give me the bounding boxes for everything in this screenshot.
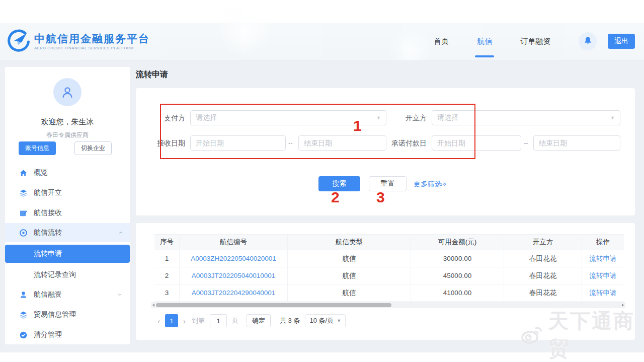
sidebar: 欢迎您，朱生冰 春田专属供应商 账号信息 切换企业 概览 [5, 67, 130, 344]
goto-confirm-button[interactable]: 确定 [247, 314, 271, 327]
home-icon [19, 169, 28, 177]
more-filters-link[interactable]: 更多筛选» [414, 180, 447, 189]
results-panel: 序号 航信编号 航信类型 可用金额(元) 开立方 操作 1 A0003ZH202… [136, 223, 635, 340]
logout-button[interactable]: 退出 [608, 34, 635, 49]
next-page-button[interactable]: › [180, 317, 189, 325]
switch-company-button[interactable]: 切换企业 [74, 141, 112, 155]
horizontal-scrollbar[interactable] [151, 302, 625, 308]
target-icon [19, 229, 28, 237]
plane-logo-icon [7, 29, 30, 54]
brand-title: 中航信用金融服务平台 [34, 33, 150, 45]
receive-end-date-input[interactable] [298, 135, 386, 151]
col-header-amount: 可用金额(元) [411, 235, 504, 250]
prev-page-button[interactable]: ‹ [154, 317, 163, 325]
shield-icon [19, 331, 28, 339]
scroll-left-icon[interactable] [152, 304, 154, 307]
cell-type: 航信 [288, 284, 411, 301]
cell-amount: 30000.00 [411, 250, 504, 267]
sidebar-menu: 概览 航信开立 [5, 163, 130, 344]
scrollbar-thumb[interactable] [156, 303, 391, 307]
results-table: 序号 航信编号 航信类型 可用金额(元) 开立方 操作 1 A0003ZH202… [154, 234, 624, 302]
caret-down-icon: ▼ [337, 318, 341, 323]
caret-down-icon: ▼ [376, 115, 381, 120]
date-range-separator: -- [524, 135, 528, 151]
nav-item-hangxin[interactable]: 航信 [477, 37, 492, 46]
welcome-text: 欢迎您，朱生冰 [5, 117, 130, 127]
col-header-issuer: 开立方 [504, 235, 582, 250]
edit-icon [19, 209, 28, 218]
cell-type: 航信 [288, 250, 411, 267]
sidebar-subitem-transfer-apply[interactable]: 流转申请 [5, 245, 130, 263]
finance-icon [19, 291, 28, 299]
annotation-number-1: 1 [353, 117, 362, 134]
bottom-margin [0, 352, 644, 362]
pagination: ‹ 1 › 到第 页 确定 共 3 条 10 条/页 ▼ [154, 314, 346, 328]
page-title: 流转申请 [136, 69, 168, 80]
reset-button[interactable]: 重置 [369, 176, 407, 191]
current-page-button[interactable]: 1 [165, 314, 178, 327]
scroll-right-icon[interactable] [622, 304, 624, 307]
promise-date-label: 承诺付款日 [385, 135, 427, 151]
cell-no: 1 [154, 250, 180, 267]
receive-date-label: 接收日期 [146, 135, 185, 151]
cell-issuer: 春田花花 [504, 267, 582, 284]
filter-panel: 1 支付方 请选择 ▼ 开立方 请选择 ▼ 接收日期 -- 承诺付款日 -- 搜… [136, 88, 635, 215]
goto-page-input[interactable] [210, 314, 227, 327]
chevron-up-icon: › [117, 232, 125, 234]
promise-start-date-input[interactable] [432, 135, 521, 151]
transfer-apply-link[interactable]: 流转申请 [590, 254, 617, 263]
cell-issuer: 春田花花 [504, 284, 582, 301]
page-size-select[interactable]: 10 条/页 ▼ [305, 314, 346, 327]
account-info-button[interactable]: 账号信息 [19, 141, 56, 155]
top-nav: 首页 航信 订单融资 退出 [420, 32, 635, 50]
sidebar-item-clearing[interactable]: 清分管理 [5, 325, 130, 344]
double-chevron-down-icon: » [441, 182, 449, 186]
notification-bell-button[interactable] [579, 32, 597, 50]
col-header-code: 航信编号 [180, 235, 288, 250]
sidebar-item-hangxin-receive[interactable]: 航信接收 [5, 203, 130, 223]
promise-end-date-input[interactable] [533, 135, 620, 151]
transfer-apply-link[interactable]: 流转申请 [590, 271, 617, 280]
table-row: 1 A0003ZH202205040020001 航信 30000.00 春田花… [154, 250, 624, 267]
sidebar-item-hangxin-financing[interactable]: 航信融资 › [5, 284, 130, 305]
user-avatar [53, 78, 82, 106]
total-count-label: 共 3 条 [280, 316, 300, 325]
stack-icon [19, 311, 28, 319]
screenshot-stage: 中航信用金融服务平台 AERO CREDIT FINANCIAL SERVICE… [0, 0, 644, 362]
transfer-apply-link[interactable]: 流转申请 [590, 288, 617, 298]
col-header-no: 序号 [154, 235, 180, 250]
hangxin-code-link[interactable]: A0003ZH202205040020001 [191, 255, 276, 262]
table-header-row: 序号 航信编号 航信类型 可用金额(元) 开立方 操作 [154, 234, 624, 250]
receive-start-date-input[interactable] [190, 135, 286, 151]
sidebar-item-hangxin-transfer[interactable]: 航信流转 › [5, 223, 130, 242]
cell-amount: 45000.00 [411, 267, 504, 284]
sidebar-item-trade-info[interactable]: 贸易信息管理 [5, 305, 130, 325]
content-area: 欢迎您，朱生冰 春田专属供应商 账号信息 切换企业 概览 [0, 60, 644, 352]
goto-suffix-label: 页 [232, 316, 238, 325]
goto-prefix-label: 到第 [192, 316, 205, 325]
chevron-down-icon: › [117, 294, 125, 296]
table-row: 3 A0003JT202204290040001 航信 41000.00 春田花… [154, 284, 624, 302]
cell-type: 航信 [288, 267, 411, 284]
col-header-action: 操作 [582, 235, 624, 250]
date-range-separator: -- [288, 135, 293, 151]
page-size-value: 10 条/页 [309, 316, 334, 325]
layers-icon [19, 189, 28, 197]
hangxin-code-link[interactable]: A0003JT202204290040001 [192, 289, 276, 297]
issuer-select-placeholder: 请选择 [437, 113, 610, 122]
cell-no: 3 [154, 284, 180, 301]
active-tab-underline [475, 55, 494, 57]
payer-select-placeholder: 请选择 [196, 113, 376, 122]
sidebar-item-hangxin-open[interactable]: 航信开立 [5, 183, 130, 203]
table-row: 2 A0003JT202205040010001 航信 45000.00 春田花… [154, 267, 624, 284]
hangxin-code-link[interactable]: A0003JT202205040010001 [192, 272, 276, 279]
nav-item-order-financing[interactable]: 订单融资 [520, 37, 550, 46]
nav-item-home[interactable]: 首页 [434, 37, 449, 46]
issuer-select[interactable]: 请选择 ▼ [432, 110, 620, 125]
brand-logo: 中航信用金融服务平台 AERO CREDIT FINANCIAL SERVICE… [7, 29, 150, 54]
annotation-number-2: 2 [331, 189, 340, 206]
sidebar-subitem-transfer-records[interactable]: 流转记录查询 [5, 265, 130, 284]
brand-subtitle: AERO CREDIT FINANCIAL SERVICES PLATFORM [34, 46, 150, 50]
annotation-number-3: 3 [376, 189, 385, 206]
sidebar-item-overview[interactable]: 概览 [5, 163, 130, 183]
